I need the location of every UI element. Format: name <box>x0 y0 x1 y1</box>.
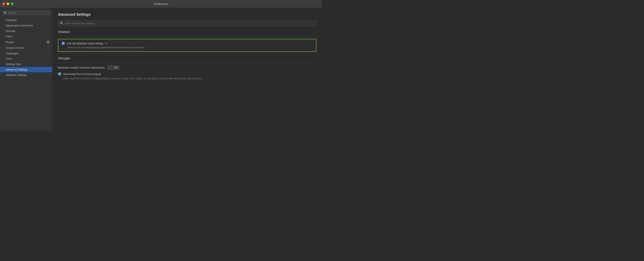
sidebar-item-settings-sync[interactable]: › Settings Sync <box>0 61 52 67</box>
settings-search-input[interactable] <box>65 22 314 25</box>
use-old-import-dialog-label: Use old database import dialog <box>67 42 103 45</box>
close-button[interactable] <box>2 3 5 5</box>
main-panel: Advanced Settings 🔍 Database Use old dat… <box>52 8 322 131</box>
version-control-icon: ▭ <box>48 47 50 49</box>
use-old-import-dialog-desc: Switch to the old import dialog implemen… <box>67 46 313 49</box>
chevron-right-icon: › <box>2 47 4 49</box>
chevron-right-icon: › <box>2 35 4 38</box>
settings-search-icon: 🔍 <box>60 22 64 25</box>
use-old-import-dialog-text: Use old database import dialog <box>67 42 103 45</box>
show-inlay-setting-row: Show inlay Run to Cursor popup <box>58 72 316 76</box>
use-old-import-dialog-setting: Use old database import dialog ↺ Switch … <box>58 39 316 52</box>
traffic-lights <box>2 3 14 5</box>
main-content: 🔍 › Database › Appearance & Behavior › K… <box>0 8 322 131</box>
advanced-settings-search[interactable]: 🔍 <box>58 20 316 26</box>
sidebar-item-label: Editor <box>6 35 12 38</box>
sidebar-item-label: Settings Sync <box>6 63 22 66</box>
chevron-right-icon: › <box>2 74 4 76</box>
sidebar-item-database[interactable]: › Database <box>0 17 52 23</box>
sidebar-item-tools[interactable]: › Tools <box>0 56 52 61</box>
sidebar-item-appearance[interactable]: › Appearance & Behavior <box>0 23 52 28</box>
sidebar-item-editor[interactable]: › Editor <box>0 34 52 39</box>
sidebar-item-version-control[interactable]: › Version Control ▭ <box>0 45 52 51</box>
plugins-badge: 5 <box>46 40 50 44</box>
chevron-right-icon: › <box>2 52 4 54</box>
sidebar-item-label: Version Control <box>6 46 24 49</box>
max-expressions-row: Maximum number of recent expressions: <box>58 65 316 70</box>
max-expressions-label: Maximum number of recent expressions: <box>58 66 105 69</box>
maximize-button[interactable] <box>11 3 14 5</box>
chevron-right-icon: › <box>2 58 4 60</box>
show-inlay-desc: Note, inlay Run to Cursor is implemented… <box>63 77 204 80</box>
sidebar-search-icon: 🔍 <box>4 12 7 14</box>
max-expressions-input[interactable] <box>107 65 119 70</box>
database-divider <box>58 36 316 37</box>
show-inlay-checkbox[interactable] <box>58 72 61 76</box>
sidebar-item-plugins[interactable]: › Plugins 5 <box>0 39 52 45</box>
sidebar: 🔍 › Database › Appearance & Behavior › K… <box>0 8 52 131</box>
reset-icon[interactable]: ↺ <box>105 42 107 45</box>
use-old-import-dialog-checkbox[interactable] <box>62 42 65 45</box>
chevron-right-icon: › <box>2 19 4 21</box>
chevron-right-icon: › <box>2 24 4 27</box>
sidebar-item-label: Appearance & Behavior <box>6 24 33 27</box>
debugger-group: Debugger Maximum number of recent expres… <box>58 57 316 82</box>
sidebar-item-jetbrains-settings[interactable]: › JetBrains Settings <box>0 72 52 78</box>
use-old-import-dialog-row: Use old database import dialog ↺ <box>62 42 313 45</box>
sidebar-search[interactable]: 🔍 <box>2 11 50 15</box>
sidebar-item-label: Languages <box>6 52 18 55</box>
debugger-divider <box>58 63 316 63</box>
debugger-group-label: Debugger <box>58 57 316 61</box>
sidebar-item-label: Tools <box>6 57 12 60</box>
preferences-window: Preferences 🔍 › Database › Appearance & … <box>0 0 322 131</box>
database-group-label: Database <box>58 30 316 34</box>
sidebar-item-label: Advanced Settings <box>6 68 27 71</box>
sidebar-search-input[interactable] <box>8 12 48 14</box>
sidebar-item-label: Database <box>6 19 17 22</box>
page-title: Advanced Settings <box>58 13 316 17</box>
sidebar-item-label: Plugins <box>6 41 14 44</box>
sidebar-item-label: Keymap <box>6 29 15 33</box>
sidebar-item-languages[interactable]: › Languages <box>0 51 52 56</box>
sidebar-nav: › Database › Appearance & Behavior › Key… <box>0 17 52 131</box>
minimize-button[interactable] <box>7 3 9 5</box>
sidebar-item-keymap[interactable]: › Keymap <box>0 28 52 34</box>
show-inlay-row: Show inlay Run to Cursor popup Note, inl… <box>58 72 316 80</box>
titlebar: Preferences <box>0 0 322 8</box>
window-title: Preferences <box>154 3 168 6</box>
sidebar-item-label: JetBrains Settings <box>6 74 27 77</box>
show-inlay-label: Show inlay Run to Cursor popup <box>63 73 101 76</box>
database-group: Database Use old database import dialog … <box>58 30 316 55</box>
sidebar-item-advanced-settings[interactable]: › Advanced Settings <box>0 67 52 72</box>
